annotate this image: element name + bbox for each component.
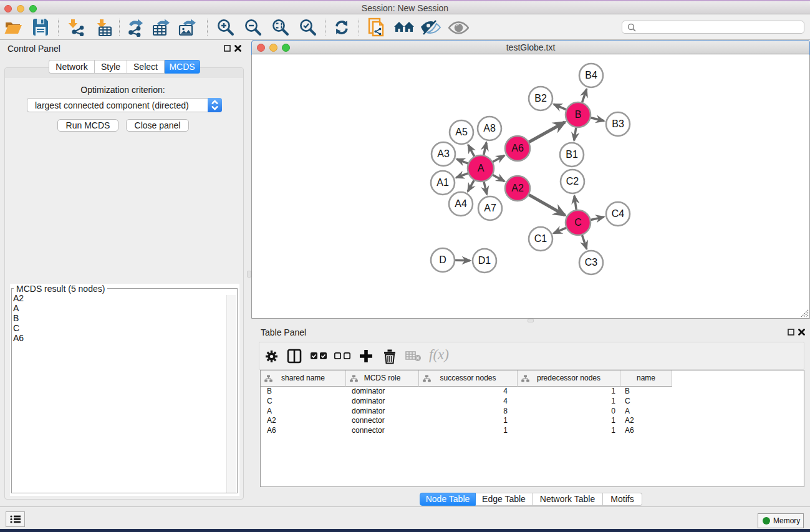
svg-text:B: B — [575, 109, 582, 120]
svg-text:D1: D1 — [478, 255, 491, 266]
svg-text:A: A — [478, 163, 485, 173]
svg-text:C3: C3 — [585, 257, 598, 268]
svg-text:C: C — [574, 217, 582, 228]
svg-text:A2: A2 — [511, 183, 524, 193]
svg-text:D: D — [439, 254, 446, 265]
svg-text:A8: A8 — [483, 123, 496, 133]
svg-text:A5: A5 — [455, 127, 468, 137]
svg-text:C1: C1 — [534, 233, 547, 244]
svg-text:A6: A6 — [511, 143, 524, 153]
svg-text:A7: A7 — [484, 203, 496, 213]
svg-text:C4: C4 — [612, 208, 625, 219]
svg-text:B1: B1 — [566, 149, 578, 160]
svg-text:B3: B3 — [612, 118, 624, 129]
svg-text:A3: A3 — [437, 148, 450, 159]
svg-text:A1: A1 — [436, 177, 449, 188]
svg-text:C2: C2 — [566, 176, 579, 186]
svg-text:B2: B2 — [534, 93, 547, 104]
svg-text:A4: A4 — [455, 198, 467, 209]
svg-text:B4: B4 — [585, 70, 597, 80]
